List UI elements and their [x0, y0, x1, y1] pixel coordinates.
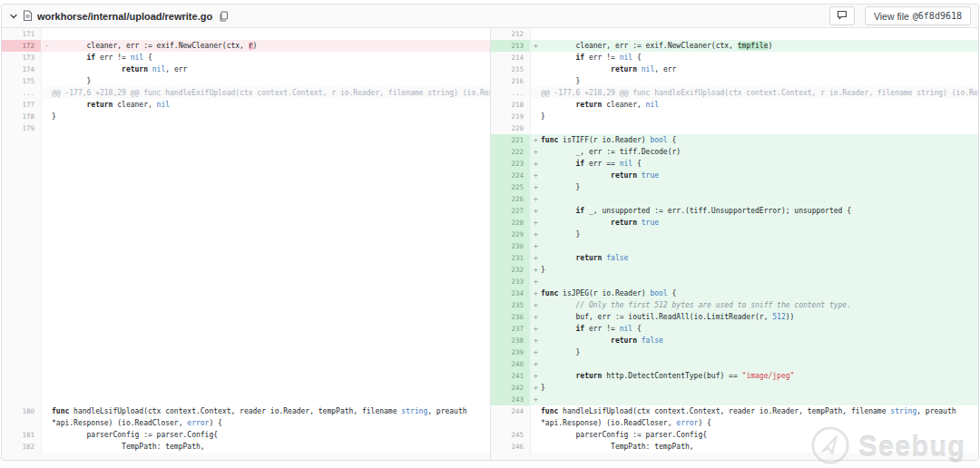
- gutter-cell: [2, 217, 42, 229]
- diff-marker: +: [531, 252, 541, 264]
- line-number[interactable]: 242: [491, 382, 531, 394]
- line-number[interactable]: 231: [491, 252, 531, 264]
- line-number[interactable]: 213: [491, 40, 531, 52]
- diff-marker: [42, 52, 52, 63]
- line-number[interactable]: 229: [491, 229, 531, 240]
- diff-side-old: [2, 288, 490, 299]
- diff-side-new: 243+: [490, 394, 978, 405]
- line-number[interactable]: 225: [491, 181, 531, 193]
- code-text: [52, 134, 490, 146]
- line-number[interactable]: 240: [491, 358, 531, 370]
- diff-side-old: 175 }: [2, 75, 490, 87]
- diff-row: 233+: [2, 276, 978, 288]
- diff-side-old: [2, 158, 490, 170]
- diff-marker: [42, 323, 52, 335]
- line-number[interactable]: 237: [491, 323, 531, 335]
- line-number[interactable]: 181: [2, 429, 42, 441]
- line-number[interactable]: 230: [491, 240, 531, 252]
- line-number[interactable]: 171: [2, 28, 42, 40]
- diff-side-new: 214 if err != nil {: [490, 52, 978, 63]
- diff-marker: [42, 311, 52, 323]
- line-number[interactable]: 216: [491, 75, 531, 87]
- comment-icon: [837, 9, 848, 23]
- code-line: [42, 217, 490, 229]
- line-number[interactable]: 223: [491, 158, 531, 170]
- diff-row: 242+}: [2, 382, 978, 394]
- line-number[interactable]: 182: [2, 441, 42, 453]
- diff-marker: [42, 205, 52, 217]
- diff-row: 227+ if _, unsupported := err.(tiff.Unsu…: [2, 205, 978, 217]
- line-number[interactable]: 172: [2, 40, 42, 52]
- diff-marker: [42, 299, 52, 311]
- line-number[interactable]: 173: [2, 52, 42, 63]
- line-number[interactable]: 234: [491, 288, 531, 299]
- code-text: [52, 240, 490, 252]
- diff-marker: [531, 441, 541, 453]
- code-line: [42, 229, 490, 240]
- line-number[interactable]: 239: [491, 346, 531, 358]
- code-text: [52, 158, 490, 170]
- diff-side-old: [2, 264, 490, 276]
- view-file-button[interactable]: View file @6f8d9618: [865, 6, 971, 25]
- code-text: [52, 394, 490, 405]
- diff-marker: [42, 87, 52, 99]
- line-number[interactable]: 220: [491, 122, 531, 134]
- line-number[interactable]: 236: [491, 311, 531, 323]
- diff-side-new: 246 TempPath: tempPath,: [490, 441, 978, 453]
- diff-side-new: 244func handleLsifUpload(ctx context.Con…: [490, 405, 978, 429]
- line-number[interactable]: 219: [491, 111, 531, 122]
- diff-side-new: ...: [490, 453, 978, 461]
- copy-path-icon[interactable]: [219, 11, 229, 22]
- diff-marker: [42, 63, 52, 75]
- line-number[interactable]: 222: [491, 146, 531, 158]
- line-number[interactable]: 180: [2, 405, 42, 429]
- code-line: +: [531, 193, 978, 205]
- diff-marker: [42, 28, 52, 40]
- line-number[interactable]: 246: [491, 441, 531, 453]
- line-number[interactable]: 212: [491, 28, 531, 40]
- code-text: if err != nil {: [541, 52, 978, 63]
- diff-row: 223+ if err == nil {: [2, 158, 978, 170]
- diff-marker: +: [531, 40, 541, 52]
- line-number[interactable]: 178: [2, 111, 42, 122]
- chevron-down-icon[interactable]: [9, 12, 18, 21]
- diff-row: 175 }216 }: [2, 75, 978, 87]
- line-number[interactable]: 179: [2, 122, 42, 134]
- line-number[interactable]: 243: [491, 394, 531, 405]
- code-line: + return http.DetectContentType(buf) == …: [531, 370, 978, 382]
- line-number[interactable]: 174: [2, 63, 42, 75]
- line-number[interactable]: 227: [491, 205, 531, 217]
- code-text: [52, 205, 490, 217]
- line-number[interactable]: 226: [491, 193, 531, 205]
- diff-marker: [42, 146, 52, 158]
- line-number[interactable]: 235: [491, 299, 531, 311]
- diff-marker: [42, 429, 52, 441]
- comment-button[interactable]: [829, 6, 855, 25]
- line-number[interactable]: 245: [491, 429, 531, 441]
- code-line: [42, 146, 490, 158]
- line-number[interactable]: 215: [491, 63, 531, 75]
- line-number[interactable]: 224: [491, 170, 531, 181]
- line-number[interactable]: 175: [2, 75, 42, 87]
- diff-side-old: [2, 146, 490, 158]
- file-path-link[interactable]: workhorse/internal/upload/rewrite.go: [37, 11, 212, 22]
- line-number[interactable]: 214: [491, 52, 531, 63]
- line-number[interactable]: 221: [491, 134, 531, 146]
- code-line: [42, 240, 490, 252]
- line-number[interactable]: 241: [491, 370, 531, 382]
- line-number[interactable]: 232: [491, 264, 531, 276]
- line-number[interactable]: 177: [2, 99, 42, 111]
- code-text: }: [541, 75, 978, 87]
- code-text: [541, 276, 978, 288]
- line-number[interactable]: 238: [491, 335, 531, 346]
- line-number[interactable]: 244: [491, 405, 531, 429]
- diff-marker: +: [531, 193, 541, 205]
- line-number[interactable]: 228: [491, 217, 531, 229]
- diff-side-new: 213+ cleaner, err := exif.NewCleaner(ctx…: [490, 40, 978, 52]
- code-line: [42, 205, 490, 217]
- diff-side-new: 223+ if err == nil {: [490, 158, 978, 170]
- gutter-cell: [2, 229, 42, 240]
- line-number[interactable]: 233: [491, 276, 531, 288]
- line-number[interactable]: 218: [491, 99, 531, 111]
- diff-marker: +: [531, 217, 541, 229]
